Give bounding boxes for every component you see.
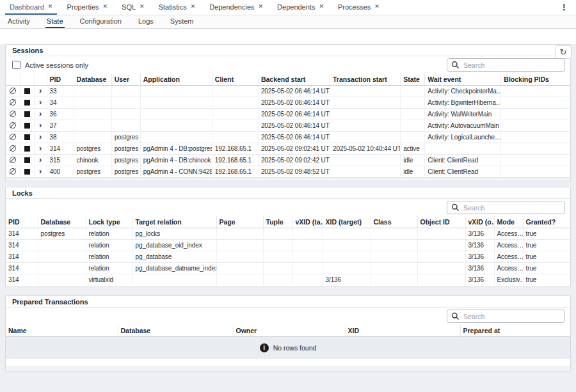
tab-properties[interactable]: Properties✕ xyxy=(62,0,112,15)
table-row[interactable]: 314relationpg_database3/136Access…true xyxy=(6,251,570,262)
cell xyxy=(38,239,86,251)
tab-sql[interactable]: SQL✕ xyxy=(117,0,149,15)
cell: 314 xyxy=(47,143,74,154)
subtab-state[interactable]: State xyxy=(45,15,65,28)
close-icon[interactable]: ✕ xyxy=(191,4,196,10)
expand-row-icon[interactable] xyxy=(39,157,42,163)
column-header[interactable]: User xyxy=(111,74,140,85)
cancel-query-icon[interactable] xyxy=(10,88,16,94)
table-row[interactable]: 314postgresrelationpg_locks3/136Access…t… xyxy=(6,228,570,239)
cancel-query-icon[interactable] xyxy=(10,99,16,106)
terminate-session-icon[interactable] xyxy=(24,123,30,129)
refresh-button[interactable]: ↻ xyxy=(555,45,572,59)
cell: 38 xyxy=(47,131,74,143)
table-row[interactable]: 314relationpg_database_datname_index3/13… xyxy=(6,262,570,274)
subtab-configuration[interactable]: Configuration xyxy=(79,15,123,28)
kebab-menu-icon[interactable]: ⋮ xyxy=(557,3,571,12)
tab-dashboard[interactable]: Dashboard✕ xyxy=(5,0,57,15)
column-header[interactable]: PID xyxy=(47,74,74,85)
cell: 400 xyxy=(47,166,74,177)
cell xyxy=(501,85,570,97)
table-row[interactable]: 314postgrespostgrespgAdmin 4 - DB:postgr… xyxy=(6,143,570,154)
column-header[interactable]: PID xyxy=(6,216,38,228)
tab-dependencies[interactable]: Dependencies✕ xyxy=(205,0,268,15)
column-header[interactable]: Client xyxy=(212,74,258,85)
tab-processes[interactable]: Processes✕ xyxy=(333,0,384,15)
column-header[interactable]: Name xyxy=(6,325,118,336)
column-header[interactable]: Database xyxy=(38,216,86,228)
column-header[interactable]: vXID (ta… xyxy=(292,216,323,228)
tab-statistics[interactable]: Statistics✕ xyxy=(154,0,200,15)
locks-search-input[interactable] xyxy=(447,201,565,214)
column-header[interactable]: Object ID xyxy=(417,216,465,228)
subtab-logs[interactable]: Logs xyxy=(137,15,155,28)
close-icon[interactable]: ✕ xyxy=(374,4,380,10)
column-header[interactable]: Class xyxy=(371,216,417,228)
expand-row-icon[interactable] xyxy=(39,122,42,129)
column-header[interactable]: State xyxy=(401,74,425,85)
terminate-session-icon[interactable] xyxy=(24,88,30,94)
terminate-session-icon[interactable] xyxy=(24,134,30,140)
column-header[interactable]: Lock type xyxy=(86,216,132,228)
active-sessions-only-checkbox[interactable]: Active sessions only xyxy=(11,61,88,69)
cancel-query-icon[interactable] xyxy=(10,145,16,152)
column-header[interactable]: Blocking PIDs xyxy=(501,74,570,85)
search-icon xyxy=(451,203,460,212)
checkbox-box-icon[interactable] xyxy=(12,61,20,69)
cancel-query-icon[interactable] xyxy=(10,168,16,175)
table-row[interactable]: 314virtualxid3/1363/136Exclusiv…true xyxy=(6,274,570,285)
column-header[interactable]: Page xyxy=(216,216,263,228)
terminate-session-icon[interactable] xyxy=(24,111,30,117)
column-header[interactable]: Transaction start xyxy=(330,74,401,85)
column-header[interactable]: Mode xyxy=(494,216,523,228)
expand-row-icon[interactable] xyxy=(39,145,42,152)
close-icon[interactable]: ✕ xyxy=(259,4,264,10)
table-row[interactable]: 38postgres2025-05-02 06:46:14 UTCActivit… xyxy=(6,131,570,143)
close-icon[interactable]: ✕ xyxy=(319,4,324,10)
column-header[interactable]: Granted? xyxy=(523,216,570,228)
close-icon[interactable]: ✕ xyxy=(140,4,145,10)
column-header[interactable]: Wait event xyxy=(425,74,501,85)
terminate-session-icon[interactable] xyxy=(24,100,30,106)
column-header[interactable]: Database xyxy=(118,325,233,336)
table-row[interactable]: 332025-05-02 06:46:14 UTCActivity: Check… xyxy=(6,85,570,97)
row-action-cell xyxy=(6,143,20,154)
table-row[interactable]: 342025-05-02 06:46:14 UTCActivity: Bgwri… xyxy=(6,97,570,108)
expand-row-icon[interactable] xyxy=(39,134,42,140)
subtab-activity[interactable]: Activity xyxy=(6,15,31,28)
cancel-query-icon[interactable] xyxy=(10,134,16,140)
column-header[interactable]: Owner xyxy=(233,325,345,336)
cancel-query-icon[interactable] xyxy=(10,122,16,129)
table-row[interactable]: 400postgrespostgrespgAdmin 4 - CONN:9428… xyxy=(6,166,570,177)
close-icon[interactable]: ✕ xyxy=(48,4,53,10)
table-row[interactable]: 362025-05-02 06:46:14 UTCActivity: WalWr… xyxy=(6,108,570,120)
terminate-session-icon[interactable] xyxy=(24,157,30,163)
prepared-hscrollbar[interactable] xyxy=(6,366,570,371)
expand-row-icon[interactable] xyxy=(39,99,42,106)
tab-dependents[interactable]: Dependents✕ xyxy=(273,0,328,15)
cancel-query-icon[interactable] xyxy=(10,157,16,163)
expand-row-icon[interactable] xyxy=(39,111,42,117)
terminate-session-icon[interactable] xyxy=(24,169,30,175)
terminate-session-icon[interactable] xyxy=(24,146,30,152)
column-header[interactable]: Backend start xyxy=(258,74,330,85)
column-header[interactable]: vXID (o… xyxy=(465,216,494,228)
column-header[interactable]: Tuple xyxy=(263,216,292,228)
sessions-search-input[interactable] xyxy=(447,58,565,72)
column-header[interactable]: Target relation xyxy=(132,216,216,228)
column-header[interactable]: Prepared at xyxy=(460,325,570,336)
table-row[interactable]: 372025-05-02 06:46:14 UTCActivity: Autov… xyxy=(6,120,570,131)
expand-row-icon[interactable] xyxy=(39,88,42,94)
column-header[interactable]: Application xyxy=(140,74,212,85)
cancel-query-icon[interactable] xyxy=(10,111,16,117)
subtab-system[interactable]: System xyxy=(169,15,195,28)
column-header[interactable]: Database xyxy=(74,74,111,85)
column-header[interactable]: XID (target) xyxy=(323,216,371,228)
table-row[interactable]: 315chinookpostgrespgAdmin 4 - DB:chinook… xyxy=(6,154,570,166)
sessions-hscrollbar[interactable] xyxy=(6,177,570,182)
column-header[interactable]: XID xyxy=(345,325,460,336)
expand-row-icon[interactable] xyxy=(39,168,42,175)
table-row[interactable]: 314relationpg_database_oid_index3/136Acc… xyxy=(6,239,570,251)
close-icon[interactable]: ✕ xyxy=(103,4,108,10)
prepared-search-input[interactable] xyxy=(447,310,565,323)
